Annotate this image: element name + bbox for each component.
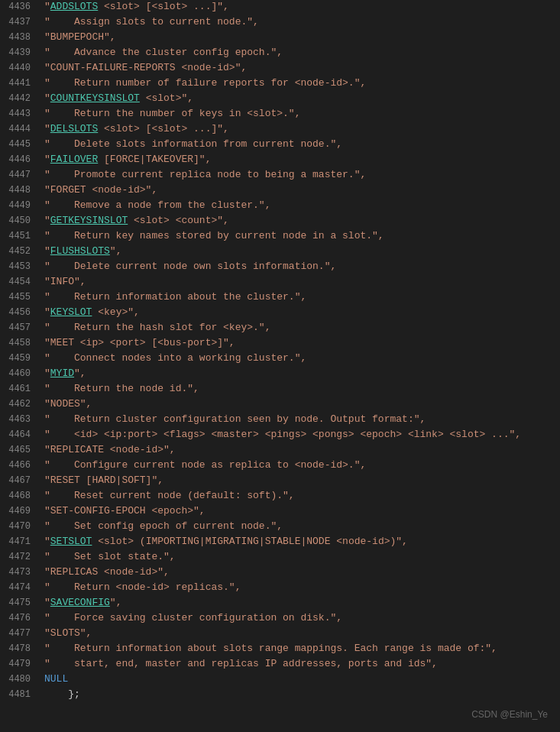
code-keyword: FAILOVER bbox=[50, 154, 98, 165]
line-number: 4443 bbox=[0, 109, 38, 119]
string-text: "MEET <ip> <port> [<bus-port>]", bbox=[44, 337, 235, 348]
line-number: 4475 bbox=[0, 598, 38, 608]
line-number: 4481 bbox=[0, 689, 38, 700]
line-number: 4478 bbox=[0, 643, 38, 654]
table-row: 4475"SAVECONFIG", bbox=[0, 596, 560, 611]
line-content: " Promote current replica node to being … bbox=[38, 169, 560, 180]
line-number: 4468 bbox=[0, 491, 38, 501]
line-number: 4436 bbox=[0, 2, 38, 12]
table-row: 4469"SET-CONFIG-EPOCH <epoch>", bbox=[0, 504, 560, 520]
line-number: 4464 bbox=[0, 429, 38, 440]
string-text: " Configure current node as replica to <… bbox=[44, 459, 366, 471]
code-keyword: ADDSLOTS bbox=[50, 1, 98, 12]
string-text: " Connect nodes into a working cluster."… bbox=[44, 352, 306, 364]
line-content: " Return <node-id> replicas.", bbox=[38, 581, 560, 593]
table-row: 4481 }; bbox=[0, 688, 560, 703]
line-number: 4469 bbox=[0, 506, 38, 517]
table-row: 4476" Force saving cluster configuration… bbox=[0, 611, 560, 627]
table-row: 4436"ADDSLOTS <slot> [<slot> ...]", bbox=[0, 0, 560, 15]
string-text: "RESET [HARD|SOFT]", bbox=[44, 475, 163, 486]
line-content: "FORGET <node-id>", bbox=[38, 184, 560, 196]
table-row: 4480NULL bbox=[0, 672, 560, 688]
line-number: 4455 bbox=[0, 292, 38, 303]
line-number: 4462 bbox=[0, 399, 38, 410]
string-text: " Remove a node from the cluster.", bbox=[44, 199, 270, 211]
line-number: 4477 bbox=[0, 628, 38, 639]
string-text: " Reset current node (default: soft).", bbox=[44, 490, 295, 501]
line-number: 4451 bbox=[0, 231, 38, 241]
string-text: " Promote current replica node to being … bbox=[44, 169, 366, 180]
line-number: 4460 bbox=[0, 368, 38, 379]
string-text: "BUMPEPOCH", bbox=[44, 31, 116, 43]
code-keyword: SETSLOT bbox=[50, 536, 92, 547]
line-content: "REPLICATE <node-id>", bbox=[38, 444, 560, 455]
table-row: 4471"SETSLOT <slot> (IMPORTING|MIGRATING… bbox=[0, 535, 560, 550]
string-text: " Return the hash slot for <key>.", bbox=[44, 322, 270, 333]
line-number: 4461 bbox=[0, 384, 38, 394]
table-row: 4465"REPLICATE <node-id>", bbox=[0, 443, 560, 458]
line-content: " Return information about slots range m… bbox=[38, 643, 560, 654]
line-content: "COUNTKEYSINSLOT <slot>", bbox=[38, 92, 560, 104]
line-number: 4476 bbox=[0, 613, 38, 623]
line-content: " Return key names stored by current nod… bbox=[38, 230, 560, 241]
line-content: " Return number of failure reports for <… bbox=[38, 77, 560, 89]
table-row: 4456"KEYSLOT <key>", bbox=[0, 306, 560, 321]
code-keyword: SAVECONFIG bbox=[50, 597, 110, 608]
table-row: 4474" Return <node-id> replicas.", bbox=[0, 581, 560, 596]
line-number: 4474 bbox=[0, 582, 38, 593]
table-row: 4477"SLOTS", bbox=[0, 627, 560, 642]
code-keyword: DELSLOTS bbox=[50, 123, 98, 134]
line-number: 4442 bbox=[0, 93, 38, 104]
string-text: "REPLICAS <node-id>", bbox=[44, 566, 170, 578]
table-row: 4466" Configure current node as replica … bbox=[0, 458, 560, 474]
line-content: " Reset current node (default: soft).", bbox=[38, 490, 560, 501]
line-content: " Connect nodes into a working cluster."… bbox=[38, 352, 560, 364]
line-number: 4439 bbox=[0, 47, 38, 58]
table-row: 4454"INFO", bbox=[0, 275, 560, 290]
table-row: 4473"REPLICAS <node-id>", bbox=[0, 565, 560, 581]
line-content: " Return cluster configuration seen by n… bbox=[38, 413, 560, 425]
line-content: " Return the number of keys in <slot>.", bbox=[38, 108, 560, 119]
line-content: "ADDSLOTS <slot> [<slot> ...]", bbox=[38, 1, 560, 12]
line-content: "SET-CONFIG-EPOCH <epoch>", bbox=[38, 505, 560, 517]
line-content: " Return the node id.", bbox=[38, 383, 560, 394]
string-text: " Set slot state.", bbox=[44, 551, 176, 562]
line-number: 4449 bbox=[0, 200, 38, 211]
string-text: "FORGET <node-id>", bbox=[44, 184, 157, 196]
table-row: 4478" Return information about slots ran… bbox=[0, 642, 560, 657]
line-content: " Remove a node from the cluster.", bbox=[38, 199, 560, 211]
table-row: 4470" Set config epoch of current node."… bbox=[0, 520, 560, 535]
plain-text: }; bbox=[44, 688, 80, 700]
line-content: "KEYSLOT <key>", bbox=[38, 306, 560, 318]
line-number: 4465 bbox=[0, 445, 38, 455]
table-row: 4451" Return key names stored by current… bbox=[0, 229, 560, 245]
table-row: 4479" start, end, master and replicas IP… bbox=[0, 657, 560, 672]
line-number: 4438 bbox=[0, 32, 38, 43]
line-content: "SETSLOT <slot> (IMPORTING|MIGRATING|STA… bbox=[38, 536, 560, 547]
line-number: 4447 bbox=[0, 170, 38, 180]
line-number: 4454 bbox=[0, 277, 38, 287]
line-content: "FLUSHSLOTS", bbox=[38, 245, 560, 257]
line-content: "COUNT-FAILURE-REPORTS <node-id>", bbox=[38, 62, 560, 73]
string-text: " Delete slots information from current … bbox=[44, 138, 342, 150]
line-content: "NODES", bbox=[38, 398, 560, 410]
table-row: 4443" Return the number of keys in <slot… bbox=[0, 107, 560, 122]
line-number: 4480 bbox=[0, 674, 38, 685]
line-content: " Return information about the cluster."… bbox=[38, 291, 560, 303]
table-row: 4449" Remove a node from the cluster.", bbox=[0, 199, 560, 214]
table-row: 4441" Return number of failure reports f… bbox=[0, 76, 560, 92]
line-number: 4440 bbox=[0, 63, 38, 73]
string-text: "NODES", bbox=[44, 398, 92, 410]
line-number: 4463 bbox=[0, 414, 38, 425]
line-number: 4459 bbox=[0, 353, 38, 364]
line-content: " <id> <ip:port> <flags> <master> <pings… bbox=[38, 429, 560, 440]
line-content: " Assign slots to current node.", bbox=[38, 16, 560, 28]
line-number: 4456 bbox=[0, 307, 38, 318]
string-text: " Advance the cluster config epoch.", bbox=[44, 47, 283, 58]
line-number: 4450 bbox=[0, 215, 38, 226]
table-row: 4445" Delete slots information from curr… bbox=[0, 138, 560, 153]
line-content: " Delete slots information from current … bbox=[38, 138, 560, 150]
line-number: 4472 bbox=[0, 552, 38, 562]
table-row: 4437" Assign slots to current node.", bbox=[0, 15, 560, 31]
line-number: 4446 bbox=[0, 154, 38, 165]
